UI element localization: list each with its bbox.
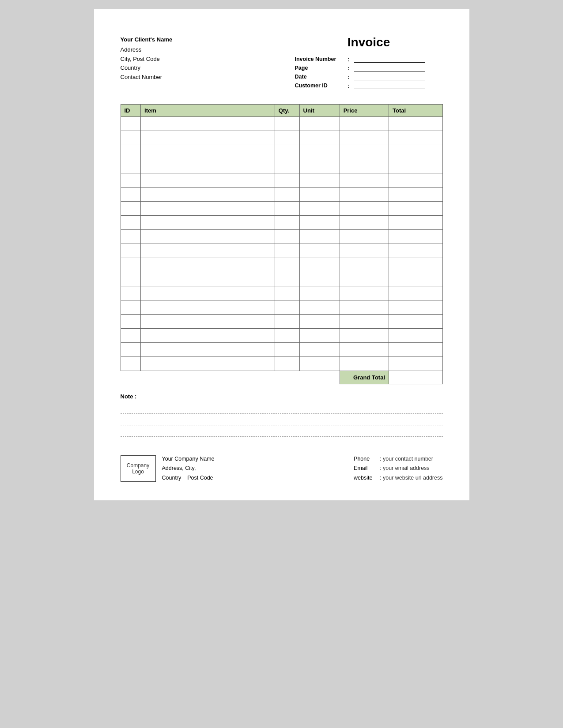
email-value: : your email address [380, 464, 430, 473]
table-row[interactable] [121, 244, 442, 258]
email-label: Email [354, 464, 378, 473]
invoice-number-row: Invoice Number : [295, 56, 443, 63]
table-row[interactable] [121, 329, 442, 343]
invoice-page: Your Client's Name Address City, Post Co… [94, 9, 469, 500]
company-address: Address, City, [162, 464, 215, 473]
table-row[interactable] [121, 272, 442, 286]
col-header-total: Total [389, 105, 443, 117]
table-row[interactable] [121, 131, 442, 145]
footer-left: Company Logo Your Company Name Address, … [121, 454, 215, 483]
table-row[interactable] [121, 202, 442, 216]
email-row: Email : your email address [354, 464, 442, 473]
phone-row: Phone : your contact number [354, 454, 442, 464]
table-row[interactable] [121, 343, 442, 357]
col-header-id: ID [121, 105, 141, 117]
col-header-qty: Qty. [275, 105, 299, 117]
note-line-1[interactable] [121, 404, 443, 414]
footer-right: Phone : your contact number Email : your… [354, 454, 442, 483]
date-value[interactable] [354, 73, 425, 80]
website-label: website [354, 473, 378, 483]
customer-id-row: Customer ID : [295, 82, 443, 89]
table-header-row: ID Item Qty. Unit Price Total [121, 105, 442, 117]
table-row[interactable] [121, 159, 442, 173]
company-logo: Company Logo [121, 455, 156, 482]
grand-total-label: Grand Total [340, 371, 389, 384]
note-lines [121, 404, 443, 437]
client-contact: Contact Number [121, 73, 268, 82]
note-label: Note : [121, 393, 443, 400]
table-row[interactable] [121, 300, 442, 315]
invoice-number-value[interactable] [354, 56, 425, 63]
table-row[interactable] [121, 357, 442, 371]
col-header-price: Price [340, 105, 389, 117]
client-country: Country [121, 64, 268, 73]
page-label: Page [295, 65, 348, 71]
date-label: Date [295, 74, 348, 80]
invoice-table: ID Item Qty. Unit Price Total Grand Tota… [121, 104, 443, 384]
col-header-unit: Unit [299, 105, 340, 117]
invoice-right-section: Invoice Invoice Number : Page : Date : [268, 35, 443, 91]
customer-id-value[interactable] [354, 82, 425, 89]
website-value: : your website url address [380, 473, 442, 483]
client-address: Address [121, 45, 268, 55]
table-row[interactable] [121, 258, 442, 272]
company-name: Your Company Name [162, 454, 215, 464]
table-row[interactable] [121, 117, 442, 131]
note-line-2[interactable] [121, 416, 443, 425]
table-row[interactable] [121, 173, 442, 188]
note-section: Note : [121, 393, 443, 441]
invoice-fields: Invoice Number : Page : Date : Customer … [295, 56, 443, 91]
client-info: Your Client's Name Address City, Post Co… [121, 35, 268, 91]
table-row[interactable] [121, 315, 442, 329]
customer-id-label: Customer ID [295, 83, 348, 89]
footer: Company Logo Your Company Name Address, … [121, 454, 443, 483]
page-value[interactable] [354, 64, 425, 71]
phone-label: Phone [354, 454, 378, 464]
table-row[interactable] [121, 145, 442, 159]
website-row: website : your website url address [354, 473, 442, 483]
invoice-title: Invoice [295, 35, 443, 49]
grand-total-value[interactable] [389, 371, 443, 384]
note-line-3[interactable] [121, 427, 443, 437]
client-name: Your Client's Name [121, 35, 268, 45]
grand-total-row: Grand Total [121, 371, 442, 384]
invoice-number-label: Invoice Number [295, 56, 348, 62]
col-header-item: Item [141, 105, 275, 117]
table-row[interactable] [121, 216, 442, 230]
table-row[interactable] [121, 286, 442, 300]
company-details: Your Company Name Address, City, Country… [162, 454, 215, 483]
table-row[interactable] [121, 188, 442, 202]
invoice-header: Your Client's Name Address City, Post Co… [121, 35, 443, 91]
table-row[interactable] [121, 230, 442, 244]
client-city-postcode: City, Post Code [121, 55, 268, 64]
phone-value: : your contact number [380, 454, 433, 464]
page-row: Page : [295, 64, 443, 71]
date-row: Date : [295, 73, 443, 80]
company-location: Country – Post Code [162, 473, 215, 483]
